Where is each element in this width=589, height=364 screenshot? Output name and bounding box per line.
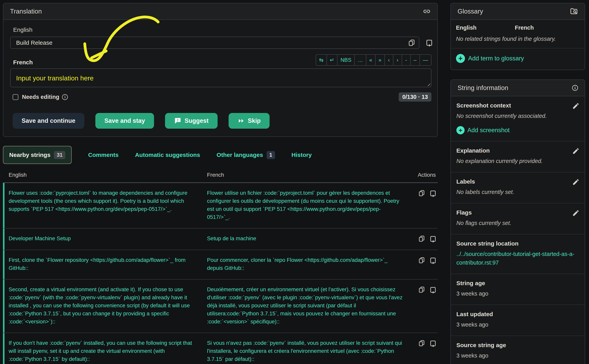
skip-label: Skip <box>248 117 261 124</box>
needs-editing-info-icon[interactable]: i <box>62 94 68 100</box>
section-value: No labels currently set. <box>456 188 579 196</box>
translation-textarea[interactable]: Input your translation here <box>10 68 432 87</box>
tab-automatic-suggestions[interactable]: Automatic suggestions <box>135 152 200 158</box>
translation-title: Translation <box>10 8 42 15</box>
hyphen-button[interactable]: - <box>402 55 411 65</box>
needs-editing-checkbox[interactable] <box>13 94 19 100</box>
section-title: String age <box>456 280 579 286</box>
edit-pencil-icon[interactable] <box>572 209 580 217</box>
plus-circle-icon: + <box>456 54 465 63</box>
glossary-title: Glossary <box>458 8 483 15</box>
table-row[interactable]: First, clone the `Flower repository <htt… <box>3 250 438 280</box>
section-title: Last updated <box>456 311 579 318</box>
suggest-button[interactable]: Suggest <box>165 113 218 129</box>
table-header-french: French <box>207 172 403 178</box>
glossary-columns: EnglishFrench <box>451 20 585 32</box>
row-english-text: If you don't have :code:`pyenv` installe… <box>9 339 198 363</box>
section-title: Labels <box>456 178 579 185</box>
source-string-value: Build Release <box>16 39 408 46</box>
suggest-label: Suggest <box>185 117 209 124</box>
row-french-text: Flower utilise un fichier :code:`pyproje… <box>207 189 403 221</box>
string-info-panel: String information i Screenshot contextN… <box>451 79 585 364</box>
glossary-empty-text: No related strings found in the glossary… <box>451 32 585 48</box>
row-english-text: First, clone the `Flower repository <htt… <box>9 256 198 272</box>
sidebar: Glossary EnglishFrench No related string… <box>451 3 585 364</box>
table-header-english: English <box>9 172 198 178</box>
laquo-button[interactable]: « <box>366 55 376 65</box>
copy-to-translation-icon[interactable] <box>425 39 433 47</box>
newline-icon[interactable]: ↵ <box>327 55 338 65</box>
tab-history[interactable]: History <box>292 152 312 158</box>
translation-panel-header: Translation <box>3 3 437 20</box>
add-screenshot-button[interactable]: +Add screenshot <box>456 126 579 134</box>
section-title: Explanation <box>456 147 579 154</box>
detail-tabs: Nearby strings31CommentsAutomatic sugges… <box>3 146 438 164</box>
row-french-text: Pour commencer, cloner la `repo Flower <… <box>207 256 403 272</box>
section-link[interactable]: ../../source/contributor-tutorial-get-st… <box>456 251 574 266</box>
tab-count-badge: 1 <box>267 151 275 159</box>
lsaquo-button[interactable]: ‹ <box>385 55 393 65</box>
save-continue-button[interactable]: Save and continue <box>13 113 84 129</box>
string-info-section-explanation: ExplanationNo explanation currently prov… <box>451 141 585 172</box>
rsaquo-button[interactable]: › <box>393 55 402 65</box>
string-info-icon[interactable]: i <box>572 85 578 91</box>
skip-icon <box>238 117 245 124</box>
table-row[interactable]: Flower uses :code:`pyproject.toml` to ma… <box>3 183 438 228</box>
row-copy-icon[interactable] <box>418 286 425 293</box>
needs-editing-label: Needs editing <box>22 94 59 100</box>
edit-pencil-icon[interactable] <box>572 178 580 187</box>
table-row[interactable]: Developer Machine SetupSetup de la machi… <box>3 228 438 250</box>
copy-source-icon[interactable] <box>408 39 415 46</box>
row-copy-icon[interactable] <box>418 340 425 347</box>
textarea-resize-grip[interactable] <box>425 81 430 86</box>
string-info-section-screenshot-context: Screenshot contextNo screenshot currentl… <box>451 96 585 141</box>
tab-nearby-strings[interactable]: Nearby strings31 <box>3 146 72 164</box>
table-row[interactable]: If you don't have :code:`pyenv` installe… <box>3 333 438 364</box>
save-stay-button[interactable]: Save and stay <box>95 113 154 129</box>
table-header-actions: Actions <box>418 172 436 178</box>
row-copy-icon[interactable] <box>418 190 425 197</box>
tab-label: Comments <box>88 152 118 158</box>
edit-pencil-icon[interactable] <box>572 102 580 110</box>
add-term-label: Add term to glossary <box>468 55 524 62</box>
target-language-row: French ⇆↵NBS…«»‹›-–— <box>10 54 432 66</box>
tab-other-languages[interactable]: Other languages1 <box>217 151 275 159</box>
add-term-button[interactable]: + Add term to glossary <box>451 48 585 70</box>
section-value: 3 weeks ago <box>456 289 579 298</box>
nbs-button[interactable]: NBS <box>337 55 355 65</box>
tab-comments[interactable]: Comments <box>88 152 118 158</box>
emdash-button[interactable]: — <box>420 55 431 65</box>
permalink-icon[interactable] <box>423 7 431 15</box>
browse-glossary-icon[interactable] <box>570 7 578 15</box>
string-info-section-flags: FlagsNo flags currently set. <box>451 203 585 234</box>
string-info-section-source-string-age: Source string age3 weeks ago <box>451 336 585 364</box>
tab-chars-icon[interactable]: ⇆ <box>316 55 327 65</box>
row-copy-to-translation-icon[interactable] <box>429 235 437 243</box>
row-copy-to-translation-icon[interactable] <box>429 190 437 197</box>
section-value: No explanation currently provided. <box>456 157 579 165</box>
ellipsis-button[interactable]: … <box>355 55 366 65</box>
suggest-bubble-icon <box>174 117 182 124</box>
row-copy-icon[interactable] <box>418 257 425 264</box>
glossary-column-english: English <box>456 25 515 31</box>
string-info-section-labels: LabelsNo labels currently set. <box>451 172 585 203</box>
table-row[interactable]: Second, create a virtual environment (an… <box>3 280 438 333</box>
edit-pencil-icon[interactable] <box>572 147 580 156</box>
glossary-header: Glossary <box>451 3 585 20</box>
row-actions <box>418 189 437 221</box>
raquo-button[interactable]: » <box>376 55 385 65</box>
endash-button[interactable]: – <box>411 55 420 65</box>
string-info-section-last-updated: Last updated3 weeks ago <box>451 305 585 336</box>
skip-button[interactable]: Skip <box>229 113 270 129</box>
row-french-text: Si vous n'avez pas :code:`pyenv` install… <box>207 339 403 363</box>
translation-panel: Translation English Build Release <box>3 3 438 137</box>
row-actions <box>418 256 437 272</box>
tab-label: Nearby strings <box>9 152 50 158</box>
row-copy-icon[interactable] <box>418 235 425 242</box>
row-copy-to-translation-icon[interactable] <box>429 340 437 347</box>
row-copy-to-translation-icon[interactable] <box>429 286 437 294</box>
action-buttons-row: Save and continue Save and stay Suggest … <box>13 113 432 129</box>
save-stay-label: Save and stay <box>104 117 145 124</box>
row-copy-to-translation-icon[interactable] <box>429 257 437 264</box>
section-value: No flags currently set. <box>456 219 579 227</box>
